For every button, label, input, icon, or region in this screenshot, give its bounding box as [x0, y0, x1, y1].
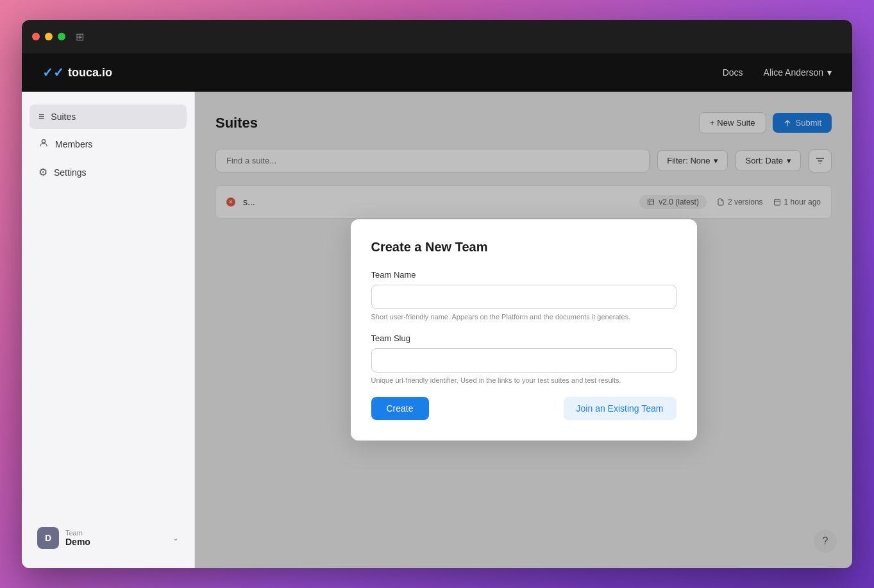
sidebar-item-settings-label: Settings	[54, 167, 87, 178]
header-nav: Docs Alice Anderson ▾	[723, 67, 832, 78]
sidebar-item-members-label: Members	[55, 139, 92, 149]
team-slug-label: Team Slug	[371, 333, 677, 343]
sidebar-item-suites-label: Suites	[51, 112, 76, 122]
main-layout: ≡ Suites Members ⚙ Settings D	[22, 92, 852, 568]
sidebar: ≡ Suites Members ⚙ Settings D	[22, 92, 195, 568]
team-name: Demo	[65, 537, 166, 547]
team-label: Team	[65, 529, 166, 537]
user-chevron-icon: ▾	[827, 67, 832, 78]
svg-point-0	[42, 140, 45, 143]
main-content: Suites + New Suite Submit	[195, 92, 852, 568]
team-slug-hint: Unique url-friendly identifier. Used in …	[371, 376, 677, 384]
modal-title: Create a New Team	[371, 240, 677, 255]
create-team-modal: Create a New Team Team Name Short user-f…	[351, 219, 697, 441]
team-slug-input[interactable]	[371, 348, 677, 373]
app-window: ⊞ ✓✓ touca.io Docs Alice Anderson ▾ ≡ Su…	[22, 20, 852, 568]
join-team-button[interactable]: Join an Existing Team	[564, 397, 677, 420]
logo[interactable]: ✓✓ touca.io	[42, 65, 112, 80]
team-name-hint: Short user-friendly name. Appears on the…	[371, 313, 677, 321]
app-header: ✓✓ touca.io Docs Alice Anderson ▾	[22, 53, 852, 92]
settings-icon: ⚙	[38, 166, 47, 178]
close-dot[interactable]	[32, 33, 40, 40]
user-menu[interactable]: Alice Anderson ▾	[764, 67, 832, 78]
team-chevron-icon: ⌄	[172, 533, 179, 542]
logo-icon: ✓✓	[42, 65, 64, 80]
team-name-label: Team Name	[371, 270, 677, 280]
sidebar-item-suites[interactable]: ≡ Suites	[29, 105, 187, 129]
sidebar-item-settings[interactable]: ⚙ Settings	[29, 160, 187, 185]
team-name-input[interactable]	[371, 285, 677, 309]
user-name: Alice Anderson	[764, 67, 823, 78]
create-team-button[interactable]: Create	[371, 397, 429, 420]
minimize-dot[interactable]	[45, 33, 53, 40]
team-avatar: D	[37, 527, 59, 549]
window-controls	[32, 33, 65, 40]
docs-link[interactable]: Docs	[723, 67, 743, 78]
team-info: Team Demo	[65, 529, 166, 547]
members-icon	[38, 138, 49, 151]
sidebar-item-members[interactable]: Members	[29, 131, 187, 157]
suites-icon: ≡	[38, 111, 44, 122]
modal-overlay: Create a New Team Team Name Short user-f…	[195, 92, 852, 568]
modal-actions: Create Join an Existing Team	[371, 397, 677, 420]
maximize-dot[interactable]	[58, 33, 65, 40]
titlebar-icon: ⊞	[76, 31, 84, 43]
team-selector[interactable]: D Team Demo ⌄	[29, 521, 187, 555]
titlebar: ⊞	[22, 20, 852, 53]
logo-text: touca.io	[68, 66, 112, 80]
